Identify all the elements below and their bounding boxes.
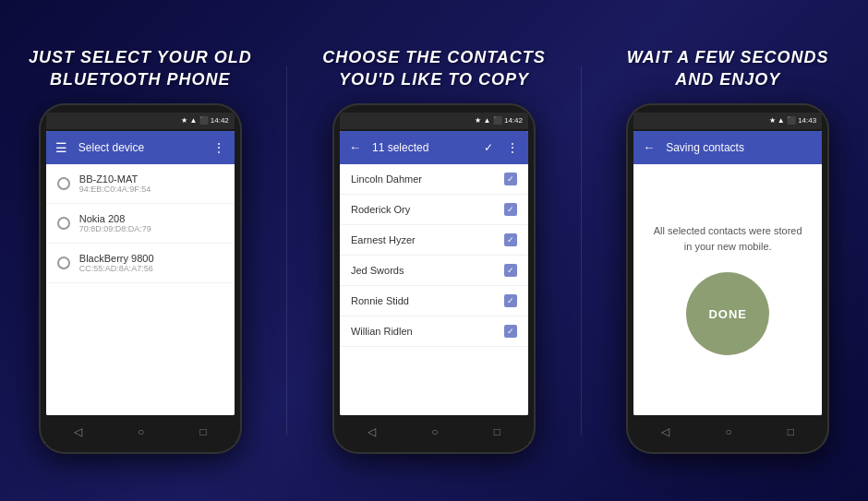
back-icon-2[interactable]: ←: [349, 140, 361, 154]
done-label: DONE: [708, 307, 747, 321]
app-bar-3: ← Saving contacts: [633, 131, 822, 164]
recent-nav-3[interactable]: □: [788, 425, 794, 438]
contact-checkbox-4[interactable]: ✓: [504, 294, 517, 307]
device-radio-3[interactable]: [57, 256, 70, 269]
device-item-3[interactable]: BlackBerry 9800 CC:55:AD:8A:A7:56: [46, 244, 235, 283]
device-name-1: BB-Z10-MAT: [79, 173, 151, 185]
status-bar-2: ★ ▲ ⬛ 14:42: [340, 113, 528, 129]
contact-name-5: Willian Ridlen: [351, 326, 413, 337]
device-item-1[interactable]: BB-Z10-MAT 94:EB:C0:4A:9F:54: [46, 164, 235, 204]
contact-name-0: Lincoln Dahmer: [351, 173, 422, 185]
device-info-2: Nokia 208 70:8D:09:D8:DA:79: [79, 213, 151, 233]
nav-bar-3: ◁ ○ □: [633, 419, 822, 445]
app-bar-title-1: Select device: [78, 141, 205, 154]
contact-item-0[interactable]: Lincoln Dahmer ✓: [340, 164, 528, 195]
phone-3: ★ ▲ ⬛ 14:43 ← Saving contacts All select…: [626, 103, 829, 454]
contact-item-1[interactable]: Roderick Ory ✓: [340, 195, 528, 225]
status-bar-1: ★ ▲ ⬛ 14:42: [46, 113, 235, 129]
contact-name-4: Ronnie Stidd: [351, 295, 409, 306]
contact-item-3[interactable]: Jed Swords ✓: [340, 256, 528, 286]
device-list: BB-Z10-MAT 94:EB:C0:4A:9F:54 Nokia 208 7…: [46, 164, 235, 415]
app-bar-title-2: 11 selected: [372, 141, 476, 154]
menu-icon[interactable]: ☰: [55, 140, 67, 155]
recent-nav-2[interactable]: □: [494, 425, 500, 438]
contact-item-2[interactable]: Earnest Hyzer ✓: [340, 225, 528, 256]
status-icons-3: ★ ▲ ⬛ 14:43: [769, 116, 817, 125]
back-nav-2[interactable]: ◁: [368, 425, 376, 438]
contact-checkbox-0[interactable]: ✓: [504, 173, 517, 185]
saving-screen: All selected contacts were stored in you…: [633, 164, 822, 415]
home-nav-1[interactable]: ○: [138, 425, 144, 438]
app-bar-1: ☰ Select device ⋮: [46, 131, 235, 164]
nav-bar-1: ◁ ○ □: [46, 419, 235, 445]
device-radio-2[interactable]: [57, 217, 70, 230]
contact-item-4[interactable]: Ronnie Stidd ✓: [340, 286, 528, 316]
recent-nav-1[interactable]: □: [199, 425, 206, 438]
nav-bar-2: ◁ ○ □: [340, 419, 528, 445]
app-bar-title-3: Saving contacts: [666, 141, 813, 154]
screen-1: ☰ Select device ⋮ BB-Z10-MAT 94:EB:C0:4A…: [46, 131, 235, 415]
panel-2: CHOOSE THE CONTACTS YOU'D LIKE TO COPY ★…: [300, 47, 568, 454]
contacts-list: Lincoln Dahmer ✓ Roderick Ory ✓ Earnest …: [340, 164, 528, 415]
status-icons-1: ★ ▲ ⬛ 14:42: [181, 116, 229, 125]
saving-message: All selected contacts were stored in you…: [652, 223, 803, 254]
device-info-1: BB-Z10-MAT 94:EB:C0:4A:9F:54: [79, 173, 151, 194]
home-nav-2[interactable]: ○: [431, 425, 438, 438]
device-name-2: Nokia 208: [79, 213, 151, 224]
more-icon-2[interactable]: ⋮: [506, 140, 519, 155]
back-nav-3[interactable]: ◁: [661, 425, 669, 438]
tick-icon-2[interactable]: ✓: [484, 141, 493, 154]
device-info-3: BlackBerry 9800 CC:55:AD:8A:A7:56: [79, 253, 154, 273]
app-bar-2: ← 11 selected ✓ ⋮: [340, 131, 528, 164]
contact-checkbox-3[interactable]: ✓: [504, 264, 517, 277]
screen-2: ← 11 selected ✓ ⋮ Lincoln Dahmer ✓ Roder…: [340, 131, 528, 415]
status-icons-2: ★ ▲ ⬛ 14:42: [475, 116, 523, 125]
status-bar-3: ★ ▲ ⬛ 14:43: [633, 113, 822, 129]
phone-1: ★ ▲ ⬛ 14:42 ☰ Select device ⋮ BB-Z10-MAT…: [39, 103, 242, 454]
device-mac-2: 70:8D:09:D8:DA:79: [79, 224, 151, 233]
panel-1-title: JUST SELECT YOUR OLD BLUETOOTH PHONE: [29, 47, 252, 90]
phone-2: ★ ▲ ⬛ 14:42 ← 11 selected ✓ ⋮ Lincoln Da…: [332, 103, 536, 454]
device-mac-3: CC:55:AD:8A:A7:56: [79, 264, 154, 273]
more-icon-1[interactable]: ⋮: [212, 140, 225, 155]
device-name-3: BlackBerry 9800: [79, 253, 154, 264]
contact-checkbox-5[interactable]: ✓: [504, 325, 517, 338]
panel-1: JUST SELECT YOUR OLD BLUETOOTH PHONE ★ ▲…: [6, 47, 274, 454]
device-mac-1: 94:EB:C0:4A:9F:54: [79, 185, 151, 194]
contact-name-1: Roderick Ory: [351, 204, 410, 215]
screen-3: ← Saving contacts All selected contacts …: [633, 131, 822, 415]
contact-name-2: Earnest Hyzer: [351, 234, 416, 245]
divider-1: [286, 66, 287, 435]
divider-2: [581, 66, 582, 435]
contact-item-5[interactable]: Willian Ridlen ✓: [340, 316, 528, 347]
panel-3-title: WAIT A FEW SECONDS AND ENJOY: [627, 47, 829, 90]
home-nav-3[interactable]: ○: [725, 425, 731, 438]
back-icon-3[interactable]: ←: [643, 140, 655, 154]
contact-checkbox-2[interactable]: ✓: [504, 233, 517, 246]
device-item-2[interactable]: Nokia 208 70:8D:09:D8:DA:79: [46, 204, 235, 244]
back-nav-1[interactable]: ◁: [74, 425, 82, 438]
contact-checkbox-1[interactable]: ✓: [504, 203, 517, 216]
done-button[interactable]: DONE: [686, 272, 769, 355]
panel-2-title: CHOOSE THE CONTACTS YOU'D LIKE TO COPY: [322, 47, 546, 90]
contact-name-3: Jed Swords: [351, 265, 404, 276]
device-radio-1[interactable]: [57, 177, 70, 190]
panel-3: WAIT A FEW SECONDS AND ENJOY ★ ▲ ⬛ 14:43…: [594, 47, 862, 454]
